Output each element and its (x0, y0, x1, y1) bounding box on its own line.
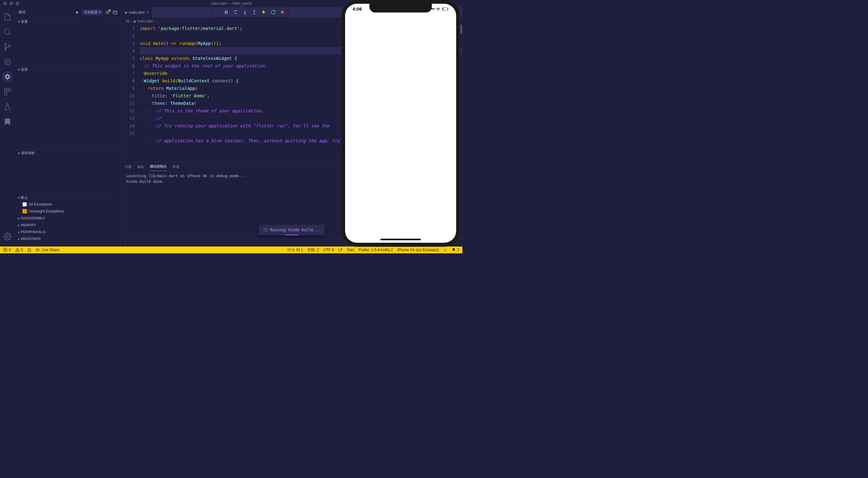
expand-icon (18, 20, 20, 23)
svg-rect-24 (226, 10, 227, 14)
debug-start-button[interactable] (74, 10, 80, 15)
status-sync[interactable] (27, 248, 32, 252)
restart-button[interactable] (269, 8, 277, 16)
status-encoding[interactable]: UTF-8 (323, 248, 334, 252)
debug-activity[interactable] (0, 54, 15, 69)
tk: // Try running your application with "fl… (156, 122, 329, 137)
extensions-activity[interactable] (0, 84, 15, 99)
tab-main-dart[interactable]: ◈ main.dart × (121, 7, 152, 18)
tk: ThemeData (170, 99, 194, 107)
step-over-button[interactable] (231, 8, 240, 16)
breakpoint-all-exceptions[interactable]: All Exceptions (15, 201, 121, 208)
bc-more[interactable]: ... (157, 19, 160, 23)
scm-activity[interactable] (0, 39, 15, 54)
status-flutter[interactable]: Flutter: 1.5.4-hotfix.2 (359, 248, 393, 252)
close-window-button[interactable] (3, 2, 7, 5)
watch-header[interactable]: 监视 (15, 66, 121, 73)
status-device[interactable]: iPhone Xʀ (ios Emulator) (397, 248, 439, 252)
status-lang[interactable]: Dart (347, 248, 354, 252)
bug-activity[interactable] (2, 71, 13, 83)
callstack-header[interactable]: 调用堆栈 (15, 150, 121, 156)
hot-reload-button[interactable] (259, 8, 268, 16)
status-live-share[interactable]: Live Share (36, 248, 59, 252)
svg-line-12 (6, 75, 6, 76)
tk: class (140, 55, 153, 62)
bell-icon (452, 248, 456, 252)
variables-header[interactable]: 变量 (15, 18, 121, 25)
tab-close-button[interactable]: × (146, 10, 149, 15)
tk: StatelessWidget (192, 55, 232, 62)
tab-terminal[interactable]: 终端 (173, 163, 179, 171)
svg-line-14 (6, 78, 6, 78)
line-num: 6 (121, 62, 135, 70)
tk: ·· (140, 70, 144, 77)
line-num: 7 (121, 70, 135, 77)
home-icon (27, 248, 32, 252)
settings-activity[interactable] (0, 229, 15, 244)
tk: ; (240, 25, 242, 32)
pause-button[interactable] (222, 8, 230, 16)
ios-simulator[interactable]: 4:06 •••• (341, 0, 460, 247)
collapse-icon (18, 230, 20, 234)
window-controls (2, 2, 19, 5)
registers-header[interactable]: REGISTERS (15, 235, 121, 242)
extensions-icon (3, 88, 11, 96)
debug-header: 调试 没有配置 ▾ (15, 7, 121, 18)
maximize-window-button[interactable] (16, 2, 19, 5)
breakpoint-uncaught-exceptions[interactable]: ✓ Uncaught Exceptions (15, 208, 121, 215)
status-warnings[interactable]: 0 (15, 248, 23, 252)
debug-settings-button[interactable] (105, 10, 110, 15)
status-feedback[interactable]: ☺ (443, 248, 447, 252)
tk: ········ (140, 122, 156, 137)
status-notifications[interactable]: 2 (452, 248, 459, 252)
tab-debug-console[interactable]: 调试控制台 (150, 162, 167, 171)
tk: BuildContext (178, 77, 209, 85)
search-activity[interactable] (0, 24, 15, 39)
phone-screen[interactable]: 4:06 •••• (345, 4, 456, 243)
status-errors[interactable]: 0 (3, 248, 11, 252)
explorer-activity[interactable] (0, 9, 15, 24)
status-spaces[interactable]: 空格: 2 (307, 248, 319, 253)
chevron-right-icon: › (131, 20, 132, 23)
step-out-button[interactable] (250, 8, 258, 16)
checkbox-unchecked[interactable] (23, 202, 27, 206)
line-num: 8 (121, 77, 135, 85)
step-into-icon (242, 10, 247, 15)
tk: import (140, 25, 156, 32)
tk: // This widget is the root of your appli… (144, 62, 268, 70)
breakpoints-header[interactable]: 断点 (15, 194, 121, 201)
warning-count: 0 (21, 248, 23, 252)
home-indicator[interactable] (380, 239, 421, 240)
console-text: Launching lib/main.dart on iPhone Xʀ in … (126, 173, 246, 179)
debug-config-select[interactable]: 没有配置 ▾ (82, 9, 103, 15)
minimize-window-button[interactable] (9, 2, 13, 5)
error-icon (3, 248, 7, 252)
status-eol[interactable]: LF (339, 248, 343, 252)
test-activity[interactable] (0, 99, 15, 114)
bp-label: All Exceptions (29, 202, 52, 206)
checkbox-checked[interactable]: ✓ (23, 209, 27, 214)
config-label: 没有配置 (84, 10, 98, 15)
step-into-button[interactable] (241, 8, 249, 16)
disassembly-header[interactable]: DISASSEMBLY (15, 215, 121, 222)
stop-button[interactable] (278, 8, 286, 16)
peripherals-header[interactable]: PERIPHERALS (15, 228, 121, 235)
debug-console-toggle[interactable] (113, 10, 118, 15)
tab-filename: main.dart (129, 10, 145, 15)
tab-problems[interactable]: 问题 (125, 163, 132, 171)
bookmarks-activity[interactable] (0, 114, 15, 129)
tk: 'package:flutter/material.dart' (158, 25, 240, 32)
svg-point-4 (9, 45, 10, 46)
svg-point-19 (6, 235, 9, 238)
phone-time: 4:06 (352, 6, 362, 11)
tk: Widget (144, 77, 160, 85)
tab-output[interactable]: 输出 (137, 163, 144, 171)
memory-header[interactable]: MEMORY (15, 222, 121, 228)
drag-handle-icon[interactable]: ⋮⋮ (215, 10, 221, 14)
expand-icon (18, 196, 20, 199)
collapse-icon (18, 237, 20, 241)
svg-point-3 (5, 49, 6, 50)
status-cursor[interactable]: 行 4, 列 1 (287, 248, 303, 253)
bc-file[interactable]: main.dart (137, 19, 153, 23)
bc-lib[interactable]: lib (126, 19, 130, 23)
